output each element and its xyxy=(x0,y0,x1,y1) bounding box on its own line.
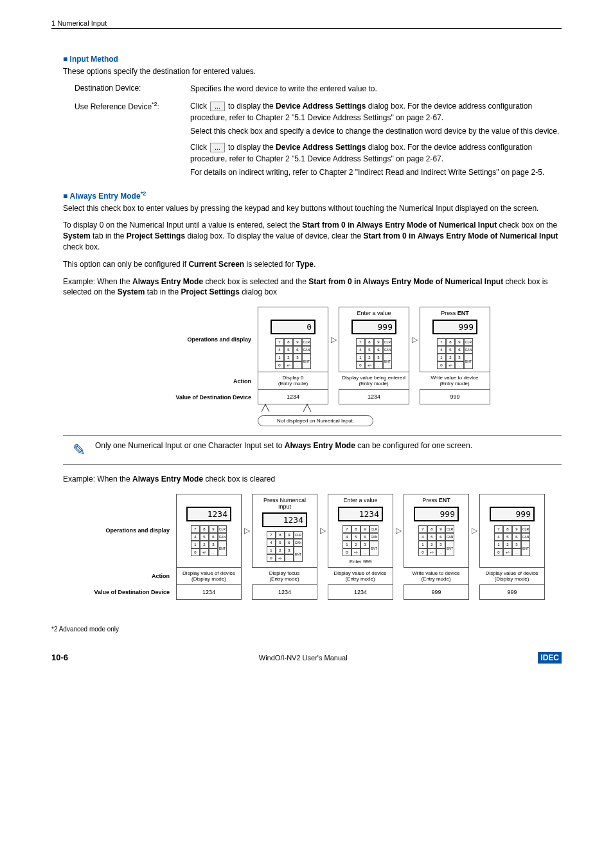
ref-p2: Select this check box and specify a devi… xyxy=(190,126,562,137)
manual-title: WindO/I-NV2 User's Manual xyxy=(259,654,348,662)
diagram-2: Operations and display 1234 789CLR 456CA… xyxy=(63,494,545,600)
dest-device-text: Specifies the word device to write the e… xyxy=(190,84,562,95)
always-p2: To display 0 on the Numerical Input unti… xyxy=(63,220,562,252)
dots-button-2[interactable]: ... xyxy=(210,143,224,152)
always-p1: Select this check box to enter values by… xyxy=(63,203,562,214)
diagram1-bubble: Not displayed on Numerical Input. xyxy=(258,415,373,426)
note-icon: ✎ xyxy=(63,441,95,459)
use-ref-label: Use Reference Device*2: xyxy=(75,101,190,178)
ref-p3: Click ... to display the Device Address … xyxy=(190,142,562,165)
dots-button-1[interactable]: ... xyxy=(210,102,224,111)
ref-p1: Click ... to display the Device Address … xyxy=(190,101,562,123)
logo: IDEC xyxy=(538,652,562,664)
note-text: Only one Numerical Input or one Characte… xyxy=(95,441,562,459)
always-ex2: Example: When the Always Entry Mode chec… xyxy=(63,474,562,485)
always-heading: ■ Always Entry Mode*2 xyxy=(63,190,562,201)
page-header: 1 Numerical Input xyxy=(51,19,562,29)
always-p3: This option can only be configured if Cu… xyxy=(63,259,562,270)
input-method-heading: ■ Input Method xyxy=(63,55,562,64)
always-ex1: Example: When the Always Entry Mode chec… xyxy=(63,276,562,298)
page-number: 10-6 xyxy=(51,653,68,662)
footnote: *2 Advanced mode only xyxy=(51,626,562,633)
diagram-1: Operations and display 0 789CLR 456CAN 1… xyxy=(129,307,495,426)
dest-device-label: Destination Device: xyxy=(75,84,190,95)
ref-p4: For details on indirect writing, refer t… xyxy=(190,167,562,178)
input-method-intro: These options specify the destination fo… xyxy=(63,66,562,77)
